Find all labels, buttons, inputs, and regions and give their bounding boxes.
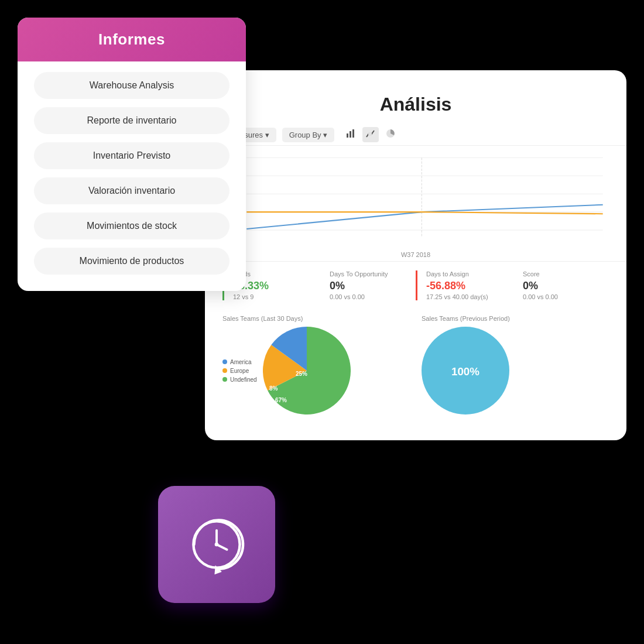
kpi-days-assign-label: Days to Assign [426, 270, 503, 278]
legend-america: America [222, 359, 257, 365]
informes-title: Informes [18, 30, 246, 49]
undefined-dot [222, 377, 227, 382]
svg-point-22 [215, 543, 219, 547]
kpi-leads-sub: 12 vs 9 [233, 293, 310, 300]
informes-list: Warehouse Analysis Reporte de inventario… [18, 61, 246, 291]
svg-text:100%: 100% [451, 365, 479, 378]
chart-x-label: W37 2018 [205, 251, 626, 261]
informes-item-movimiento[interactable]: Movimiento de productos [34, 248, 229, 275]
informes-header: Informes [18, 18, 246, 61]
analytics-title: Análisis [205, 70, 626, 121]
kpi-days-opp-label: Days To Opportunity [330, 270, 407, 278]
informes-item-movimientos[interactable]: Movimientos de stock [34, 213, 229, 239]
pie-last30-svg [263, 327, 351, 415]
pie-section-previous: Sales Teams (Previous Period) 100% [422, 315, 609, 417]
chart-type-icons [342, 127, 399, 142]
kpi-row: Leads 33.33% 12 vs 9 Days To Opportunity… [205, 261, 626, 309]
kpi-days-assign: Days to Assign -56.88% 17.25 vs 40.00 da… [416, 270, 512, 300]
scene: Informes Warehouse Analysis Reporte de i… [0, 0, 644, 644]
line-chart-svg: 5.00 4.00 3.00 2.00 1.00 [222, 152, 609, 248]
chart-toolbar: Measures ▾ Group By ▾ [205, 121, 626, 146]
pie-row: Sales Teams (Last 30 Days) America Europ… [205, 309, 626, 423]
pie-last30-legend: America Europe Undefined [222, 359, 257, 383]
line-chart-icon[interactable] [362, 127, 379, 142]
analytics-card: Análisis Measures ▾ Group By ▾ [205, 70, 626, 440]
america-label: America [230, 359, 252, 365]
kpi-score-label: Score [523, 270, 600, 278]
kpi-days-assign-value: -56.88% [426, 280, 503, 292]
undefined-label: Undefined [230, 376, 257, 383]
clock-icon [184, 512, 249, 577]
kpi-days-assign-sub: 17.25 vs 40.00 day(s) [426, 293, 503, 300]
kpi-score-value: 0% [523, 280, 600, 292]
legend-europe: Europe [222, 368, 257, 374]
kpi-score: Score 0% 0.00 vs 0.00 [512, 270, 609, 300]
pie-section-last30: Sales Teams (Last 30 Days) America Europ… [222, 315, 410, 350]
informes-panel: Informes Warehouse Analysis Reporte de i… [18, 18, 246, 291]
pie-last30-wrapper: America Europe Undefined [222, 327, 410, 415]
kpi-score-sub: 0.00 vs 0.00 [523, 293, 600, 300]
kpi-days-opp-value: 0% [330, 280, 407, 292]
group-by-label: Group By ▾ [289, 131, 328, 139]
europe-label: Europe [230, 368, 249, 374]
clock-card [158, 486, 275, 603]
svg-rect-1 [350, 131, 351, 138]
pie-previous-svg: 100% [422, 327, 509, 415]
legend-undefined: Undefined [222, 376, 257, 383]
group-by-button[interactable]: Group By ▾ [282, 128, 335, 142]
pie-previous-title: Sales Teams (Previous Period) [422, 315, 609, 322]
svg-rect-2 [352, 129, 354, 138]
kpi-days-opportunity: Days To Opportunity 0% 0.00 vs 0.00 [319, 270, 416, 300]
informes-item-reporte[interactable]: Reporte de inventario [34, 107, 229, 134]
pie-last30-title: Sales Teams (Last 30 Days) [222, 315, 410, 322]
informes-item-warehouse[interactable]: Warehouse Analysis [34, 72, 229, 99]
svg-rect-0 [347, 133, 348, 138]
america-dot [222, 359, 227, 364]
svg-rect-3 [368, 132, 372, 136]
line-chart-container: 5.00 4.00 3.00 2.00 1.00 [205, 146, 626, 251]
europe-dot [222, 368, 227, 373]
pie-chart-icon[interactable] [382, 127, 399, 142]
informes-item-valoracion[interactable]: Valoración inventario [34, 177, 229, 204]
bar-chart-icon[interactable] [342, 127, 359, 142]
kpi-days-opp-sub: 0.00 vs 0.00 [330, 293, 407, 300]
informes-item-previsto[interactable]: Inventario Previsto [34, 142, 229, 169]
